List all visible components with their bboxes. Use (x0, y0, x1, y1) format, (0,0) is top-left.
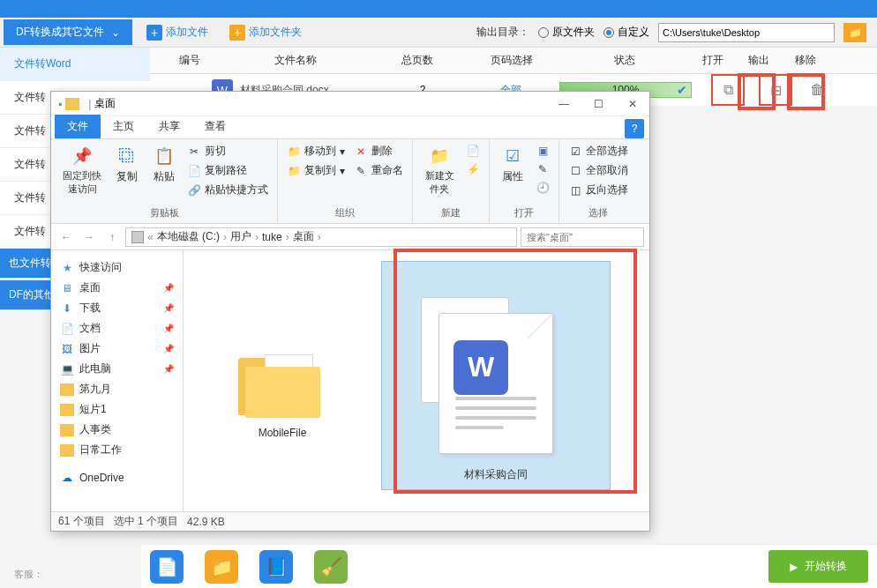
folder-large-icon (238, 349, 326, 420)
radio-custom-folder[interactable]: 自定义 (603, 25, 649, 40)
new-folder-icon: 📁 (427, 145, 452, 167)
forward-button[interactable]: → (79, 227, 99, 247)
star-icon: ★ (60, 262, 74, 274)
task-icon[interactable]: 📘 (259, 550, 293, 584)
new-item-icon: 📄 (466, 144, 480, 158)
folder-icon (60, 404, 74, 416)
add-folder-label: 添加文件夹 (249, 25, 302, 40)
col-select: 页码选择 (463, 53, 560, 68)
copy-button[interactable]: ⿻复制 (111, 143, 143, 186)
tab-share[interactable]: 共享 (146, 115, 192, 138)
browse-folder-button[interactable]: 📁 (843, 23, 866, 42)
back-button[interactable]: ← (56, 227, 76, 247)
pin-icon: 📌 (163, 303, 174, 313)
add-file-button[interactable]: + 添加文件 (139, 21, 215, 44)
select-all-button[interactable]: ☑全部选择 (566, 143, 630, 160)
tree-folder[interactable]: 第九月 (55, 379, 179, 399)
tree-folder[interactable]: 短片1 (55, 399, 179, 420)
tab-file[interactable]: 文件 (55, 115, 101, 138)
pin-icon: 📌 (163, 283, 174, 293)
chevron-down-icon: ▾ (340, 165, 345, 177)
edit-button[interactable]: ✎ (534, 161, 551, 177)
tree-thispc[interactable]: 💻此电脑📌 (55, 359, 179, 379)
tree-pictures[interactable]: 🖼图片📌 (55, 339, 179, 359)
cut-button[interactable]: ✂剪切 (185, 143, 270, 160)
history-button[interactable]: 🕘 (534, 180, 551, 196)
tree-documents[interactable]: 📄文档📌 (55, 318, 179, 339)
task-icon[interactable]: 📄 (150, 550, 184, 584)
tree-quick-access[interactable]: ★快速访问 (55, 257, 179, 278)
folder-icon: 📁 (849, 26, 862, 39)
search-input[interactable] (521, 227, 644, 247)
explorer-statusbar: 61 个项目 选中 1 个项目 42.9 KB (51, 511, 649, 531)
new-folder-button[interactable]: 📁新建文件夹 (420, 143, 459, 197)
select-none-button[interactable]: ☐全部取消 (566, 162, 630, 179)
output-path-input[interactable] (658, 23, 835, 42)
minimize-button[interactable]: — (553, 96, 574, 112)
folder-icon (65, 98, 79, 110)
breadcrumb[interactable]: « 本地磁盘 (C:)› 用户› tuke› 桌面› (125, 227, 517, 247)
delete-row-button[interactable]: 🗑 (810, 82, 824, 98)
copy-path-button[interactable]: 📄复制路径 (185, 162, 270, 179)
group-clipboard: 剪贴板 (58, 205, 270, 220)
tree-folder[interactable]: 日常工作 (55, 440, 179, 460)
export-button[interactable]: ⊟ (759, 74, 792, 106)
group-select: 选择 (566, 205, 630, 220)
radio-original-folder[interactable]: 原文件夹 (538, 25, 595, 40)
desktop-icon: ▪ (58, 98, 62, 110)
add-folder-button[interactable]: + 添加文件夹 (222, 21, 309, 44)
files-pane[interactable]: MobileFile W 材料采购合同 (184, 250, 649, 511)
pdf-main-tab[interactable]: DF转换成其它文件 ⌄ (4, 19, 132, 45)
start-convert-button[interactable]: ▶ 开始转换 (768, 550, 868, 583)
task-icon[interactable]: 🧹 (314, 550, 348, 584)
copyto-button[interactable]: 📁复制到▾ (285, 162, 347, 179)
explorer-titlebar[interactable]: ▪ | 桌面 — ☐ ✕ (51, 92, 649, 116)
tree-folder[interactable]: 人事类 (55, 420, 179, 440)
delete-button[interactable]: ✕删除 (352, 143, 405, 160)
tab-view[interactable]: 查看 (192, 115, 238, 138)
separator: | (88, 98, 91, 110)
onedrive-icon: ☁ (60, 472, 74, 484)
edit-icon: ✎ (536, 162, 550, 176)
window-title: 桌面 (94, 96, 116, 111)
up-button[interactable]: ↑ (102, 227, 122, 247)
select-none-icon: ☐ (568, 164, 582, 178)
group-organize: 组织 (285, 205, 405, 220)
maximize-button[interactable]: ☐ (588, 96, 609, 112)
explorer-tabs: 文件 主页 共享 查看 ? (51, 116, 649, 139)
selected-count: 选中 1 个项目 (114, 514, 178, 529)
moveto-button[interactable]: 📁移动到▾ (285, 143, 347, 160)
paste-button[interactable]: 📋粘贴 (148, 143, 180, 186)
file-item-folder[interactable]: MobileFile (194, 261, 371, 446)
close-button[interactable]: ✕ (623, 96, 642, 112)
col-open: 打开 (688, 53, 737, 68)
disk-icon (131, 231, 144, 243)
ribbon: 📌固定到快速访问 ⿻复制 📋粘贴 ✂剪切 📄复制路径 🔗粘贴快捷方式 剪贴板 📁… (51, 139, 649, 224)
help-button[interactable]: ? (625, 119, 644, 138)
rename-button[interactable]: ✎重命名 (352, 162, 405, 179)
new-item-button[interactable]: 📄 (464, 143, 482, 159)
tree-onedrive[interactable]: ☁OneDrive (55, 469, 179, 487)
sidebar-item-word[interactable]: 文件转Word (0, 48, 150, 81)
col-status: 状态 (560, 53, 688, 68)
col-remove: 移除 (781, 53, 829, 68)
tree-desktop[interactable]: 🖥桌面📌 (55, 278, 179, 298)
tree-downloads[interactable]: ⬇下载📌 (55, 298, 179, 318)
plus-icon: + (229, 25, 245, 41)
invert-selection-button[interactable]: ◫反向选择 (566, 182, 630, 198)
open-button[interactable]: ▣ (534, 143, 551, 159)
folder-icon (60, 444, 74, 457)
group-new: 新建 (420, 205, 482, 220)
paste-shortcut-button[interactable]: 🔗粘贴快捷方式 (185, 182, 270, 198)
shortcut-icon: 🔗 (187, 183, 201, 197)
open-output-button[interactable]: ⧉ (711, 74, 745, 106)
easy-access-button[interactable]: ⚡ (464, 161, 482, 177)
tab-home[interactable]: 主页 (101, 115, 146, 138)
footer-text: 客服： (14, 568, 43, 581)
word-icon: W (453, 340, 508, 395)
file-item-document[interactable]: W 材料采购合同 (381, 261, 611, 490)
pin-quick-access-button[interactable]: 📌固定到快速访问 (58, 143, 106, 197)
properties-button[interactable]: ☑属性 (497, 143, 528, 186)
task-icon[interactable]: 📁 (205, 550, 238, 584)
history-icon: 🕘 (536, 181, 550, 195)
